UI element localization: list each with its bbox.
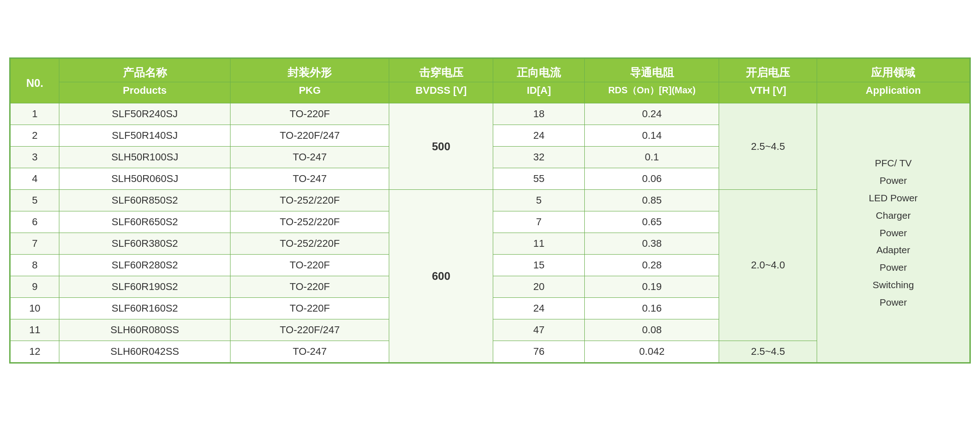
cell-id: 76 [493,341,585,363]
cell-rds: 0.042 [585,341,719,363]
cell-pkg: TO-247 [231,168,389,190]
header-en-rds: RDS（On）[R](Max) [585,82,719,103]
header-en-id: ID[A] [493,82,585,103]
cell-product: SLF50R240SJ [59,103,231,125]
cell-application: PFC/ TVPowerLED PowerChargerPowerAdapter… [817,103,969,363]
cell-rds: 0.16 [585,298,719,319]
header-en-pkg: PKG [231,82,389,103]
cell-id: 11 [493,233,585,255]
cell-id: 55 [493,168,585,190]
cell-id: 5 [493,190,585,211]
cell-product: SLF60R380S2 [59,233,231,255]
cell-rds: 0.06 [585,168,719,190]
cell-rds: 0.08 [585,319,719,341]
cell-no: 7 [11,233,59,255]
cell-rds: 0.65 [585,211,719,233]
header-zh-pkg: 封装外形 [231,59,389,82]
cell-no: 4 [11,168,59,190]
cell-id: 15 [493,255,585,276]
cell-id: 47 [493,319,585,341]
cell-id: 32 [493,147,585,168]
cell-product: SLF60R190S2 [59,276,231,298]
cell-product: SLF60R160S2 [59,298,231,319]
cell-rds: 0.24 [585,103,719,125]
cell-vth: 2.5~4.5 [719,103,817,190]
cell-rds: 0.19 [585,276,719,298]
header-zh-bvdss: 击穿电压 [389,59,493,82]
cell-vth: 2.0~4.0 [719,190,817,341]
cell-rds: 0.14 [585,125,719,147]
cell-product: SLF60R280S2 [59,255,231,276]
header-en-vth: VTH [V] [719,82,817,103]
cell-pkg: TO-252/220F [231,233,389,255]
cell-pkg: TO-220F [231,298,389,319]
cell-id: 7 [493,211,585,233]
cell-product: SLH60R080SS [59,319,231,341]
cell-pkg: TO-252/220F [231,211,389,233]
cell-id: 20 [493,276,585,298]
cell-no: 1 [11,103,59,125]
cell-product: SLF60R850S2 [59,190,231,211]
header-en-bvdss: BVDSS [V] [389,82,493,103]
cell-no: 10 [11,298,59,319]
header-no: N0. [11,59,59,103]
cell-rds: 0.28 [585,255,719,276]
cell-pkg: TO-220F [231,255,389,276]
cell-no: 12 [11,341,59,363]
header-row-zh: N0. 产品名称 封装外形 击穿电压 正向电流 导通电阻 开启电压 应用领域 [11,59,970,82]
cell-no: 9 [11,276,59,298]
cell-no: 3 [11,147,59,168]
cell-pkg: TO-220F/247 [231,125,389,147]
cell-rds: 0.85 [585,190,719,211]
cell-pkg: TO-220F/247 [231,319,389,341]
cell-product: SLH60R042SS [59,341,231,363]
cell-vth: 2.5~4.5 [719,341,817,363]
cell-id: 18 [493,103,585,125]
table-body: 1SLF50R240SJTO-220F500180.242.5~4.5PFC/ … [11,103,970,363]
cell-no: 2 [11,125,59,147]
cell-rds: 0.38 [585,233,719,255]
header-zh-id: 正向电流 [493,59,585,82]
header-en-app: Application [817,82,969,103]
header-row-en: Products PKG BVDSS [V] ID[A] RDS（On）[R](… [11,82,970,103]
cell-pkg: TO-220F [231,276,389,298]
cell-pkg: TO-247 [231,147,389,168]
cell-product: SLF50R140SJ [59,125,231,147]
cell-no: 11 [11,319,59,341]
product-table-wrapper: N0. 产品名称 封装外形 击穿电压 正向电流 导通电阻 开启电压 应用领域 P… [9,57,971,364]
product-table: N0. 产品名称 封装外形 击穿电压 正向电流 导通电阻 开启电压 应用领域 P… [10,58,970,363]
cell-product: SLH50R060SJ [59,168,231,190]
cell-pkg: TO-252/220F [231,190,389,211]
header-zh-vth: 开启电压 [719,59,817,82]
cell-no: 6 [11,211,59,233]
cell-no: 5 [11,190,59,211]
cell-product: SLF60R650S2 [59,211,231,233]
header-zh-app: 应用领域 [817,59,969,82]
header-zh-rds: 导通电阻 [585,59,719,82]
header-en-product: Products [59,82,231,103]
cell-bvdss: 500 [389,103,493,190]
cell-bvdss: 600 [389,190,493,363]
cell-product: SLH50R100SJ [59,147,231,168]
cell-pkg: TO-220F [231,103,389,125]
cell-no: 8 [11,255,59,276]
cell-rds: 0.1 [585,147,719,168]
table-row: 1SLF50R240SJTO-220F500180.242.5~4.5PFC/ … [11,103,970,125]
cell-pkg: TO-247 [231,341,389,363]
cell-id: 24 [493,298,585,319]
cell-id: 24 [493,125,585,147]
header-zh-product: 产品名称 [59,59,231,82]
